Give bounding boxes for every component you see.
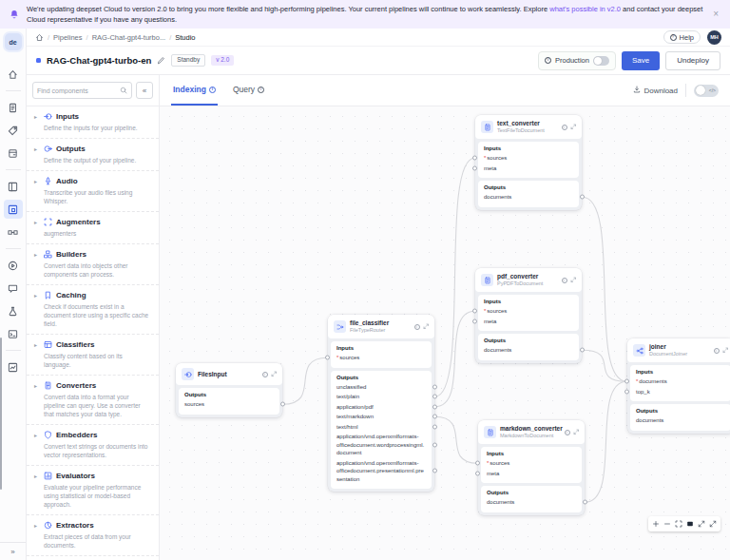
flow-canvas[interactable]: FilesInputiOutputssourcesfile_classifier… [160, 106, 730, 560]
rail-item-terminal[interactable] [4, 324, 23, 343]
port-handle[interactable] [432, 395, 437, 399]
port-handle[interactable] [432, 424, 437, 429]
node-joiner[interactable]: joinerDocumentJoineriInputs*documentstop… [627, 338, 730, 434]
rail-item-experiment[interactable] [4, 301, 23, 320]
rail-item-pipeline[interactable] [4, 222, 23, 241]
save-button[interactable]: Save [622, 51, 660, 70]
tab-indexing[interactable]: Indexing i [171, 75, 218, 106]
sidebar-item-inputs[interactable]: ▸InputsDefine the inputs for your pipeli… [27, 106, 159, 139]
sidebar-item-evaluators[interactable]: ▸EvaluatorsEvaluate your pipeline perfor… [27, 466, 159, 515]
edge-text_converter-to-joiner[interactable] [583, 197, 627, 381]
rail-item-chat[interactable] [4, 279, 23, 298]
rail-item-report[interactable] [4, 144, 23, 163]
port-handle[interactable] [580, 195, 585, 200]
rail-item-document[interactable] [4, 98, 23, 117]
help-button[interactable]: ? Help [663, 30, 701, 44]
rail-scrollbar[interactable] [0, 338, 2, 490]
undeploy-button[interactable]: Undeploy [665, 51, 720, 70]
expand-button[interactable] [696, 516, 707, 531]
avatar[interactable]: MH [707, 30, 721, 45]
info-icon[interactable]: i [262, 372, 268, 377]
expand-icon[interactable] [423, 323, 430, 330]
sidebar-item-converters[interactable]: ▸ConvertersConvert data into a format yo… [27, 376, 159, 425]
caret-icon[interactable]: ▸ [34, 293, 40, 299]
info-icon[interactable]: i [414, 324, 420, 330]
caret-icon[interactable]: ▸ [34, 146, 40, 152]
code-view-toggle[interactable]: </> [694, 85, 719, 97]
rail-item-tag[interactable] [4, 121, 23, 140]
sidebar-item-builders[interactable]: ▸BuildersConvert data into objects other… [27, 244, 159, 285]
sidebar-item-fetchers[interactable]: ▸FetchersFetch content from a specific s… [27, 556, 159, 560]
edge-file_classifier-to-markdown_converter[interactable] [435, 416, 478, 463]
expand-icon[interactable] [570, 124, 577, 130]
rail-item-play[interactable] [4, 256, 23, 275]
port-handle[interactable] [280, 402, 285, 407]
edge-pdf_converter-to-joiner[interactable] [583, 350, 627, 381]
node-text_converter[interactable]: text_converterTextFileToDocumentiInputs*… [475, 115, 582, 210]
zoom-out-button[interactable] [662, 516, 673, 531]
expand-icon[interactable] [570, 277, 577, 283]
edit-pencil-icon[interactable] [157, 56, 165, 65]
port-handle[interactable] [432, 442, 437, 447]
rail-item-metrics[interactable] [4, 357, 23, 377]
zoom-in-button[interactable] [650, 516, 662, 531]
caret-icon[interactable]: ▸ [34, 220, 40, 225]
port-handle[interactable] [624, 379, 629, 384]
caret-icon[interactable]: ▸ [34, 252, 40, 258]
edge-markdown_converter-to-joiner[interactable] [586, 381, 627, 502]
breadcrumb-pipeline-name[interactable]: RAG-Chat-gpt4-turbo... [92, 33, 166, 42]
edge-file_classifier-to-pdf_converter[interactable] [435, 311, 475, 407]
node-markdown_converter[interactable]: markdown_converterMarkdownToDocumentiInp… [478, 420, 585, 515]
info-icon[interactable]: i [562, 125, 567, 130]
caret-icon[interactable]: ▸ [34, 342, 40, 348]
deepset-logo[interactable]: de [5, 33, 22, 50]
banner-v2-link[interactable]: what's possible in v2.0 [549, 5, 621, 13]
info-icon[interactable]: i [565, 430, 570, 435]
caret-icon[interactable]: ▸ [34, 433, 40, 438]
search-input[interactable] [37, 87, 117, 94]
info-icon[interactable]: i [714, 348, 720, 354]
port-handle[interactable] [475, 471, 480, 475]
node-files_input[interactable]: FilesInputiOutputssources [176, 363, 282, 417]
sidebar-item-extractors[interactable]: ▸ExtractorsExtract pieces of data from y… [27, 515, 159, 556]
tab-query[interactable]: Query i [231, 75, 266, 106]
fit-view-button[interactable] [673, 516, 684, 531]
node-file_classifier[interactable]: file_classifierFileTypeRouteriInputs*sou… [328, 315, 434, 492]
port-handle[interactable] [432, 415, 437, 419]
download-button[interactable]: Download [633, 86, 678, 95]
port-handle[interactable] [325, 356, 330, 360]
rail-item-studio[interactable] [4, 200, 23, 219]
caret-icon[interactable]: ▸ [34, 179, 40, 184]
sidebar-item-outputs[interactable]: ▸OutputsDefine the output of your pipeli… [27, 139, 159, 171]
port-handle[interactable] [472, 319, 477, 323]
port-handle[interactable] [432, 384, 437, 389]
caret-icon[interactable]: ▸ [34, 473, 40, 479]
rail-item-home[interactable] [4, 65, 23, 84]
port-handle[interactable] [580, 348, 585, 353]
banner-close-icon[interactable]: × [711, 10, 720, 19]
home-icon[interactable] [35, 33, 44, 42]
sidebar-collapse-button[interactable]: « [136, 82, 153, 99]
sidebar-item-classifiers[interactable]: ▸ClassifiersClassify content based on it… [27, 335, 159, 376]
caret-icon[interactable]: ▸ [34, 114, 40, 120]
port-handle[interactable] [472, 156, 477, 161]
breadcrumb-pipelines[interactable]: Pipelines [53, 33, 82, 42]
edge-files_input-to-file_classifier[interactable] [283, 357, 328, 404]
sidebar-item-embedders[interactable]: ▸EmbeddersConvert text strings or docume… [27, 425, 159, 466]
rail-item-board[interactable] [4, 177, 23, 196]
info-icon[interactable]: i [562, 278, 567, 283]
port-handle[interactable] [475, 461, 480, 466]
port-handle[interactable] [624, 389, 629, 394]
sidebar-item-audio[interactable]: ▸AudioTranscribe your audio files using … [27, 171, 159, 212]
rail-expand-button[interactable]: » [0, 542, 26, 560]
port-handle[interactable] [472, 165, 477, 170]
screenshot-button[interactable] [684, 516, 696, 531]
port-handle[interactable] [583, 500, 587, 505]
expand-icon[interactable] [722, 347, 729, 354]
caret-icon[interactable]: ▸ [34, 383, 40, 389]
expand-icon[interactable] [573, 429, 580, 435]
port-handle[interactable] [472, 309, 477, 314]
production-toggle[interactable] [593, 56, 609, 66]
port-handle[interactable] [432, 404, 437, 409]
sidebar-item-augmenters[interactable]: ▸Augmentersaugmenters [27, 212, 159, 244]
